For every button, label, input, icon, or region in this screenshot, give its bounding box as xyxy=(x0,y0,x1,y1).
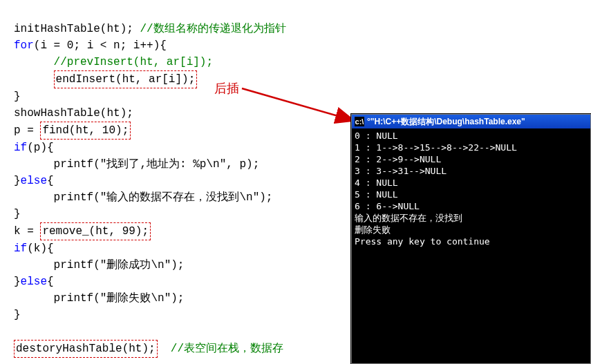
keyword-else: else xyxy=(21,175,47,187)
code-line: }else{ xyxy=(14,175,54,187)
code-line: initHashTable(ht); //数组名称的传递退化为指针 xyxy=(14,23,286,35)
comment: //数组名称的传递退化为指针 xyxy=(133,23,286,35)
keyword-for: for xyxy=(14,39,34,52)
console-output[interactable]: 0 : NULL 1 : 1-->8-->15-->8-->22-->NULL … xyxy=(352,128,590,249)
console-line: 3 : 3-->31-->NULL xyxy=(355,166,447,176)
code-line: printf("输入的数据不存在，没找到\n"); xyxy=(14,191,272,204)
keyword-else: else xyxy=(21,276,47,288)
console-line: 0 : NULL xyxy=(355,131,398,141)
annotation-label: 后插 xyxy=(214,80,239,97)
code-line: if(k){ xyxy=(14,242,54,255)
code-line: if(p){ xyxy=(14,142,54,154)
code-line: destoryHashTable(ht); //表空间在栈，数据存 xyxy=(14,343,283,355)
keyword-if: if xyxy=(14,242,27,255)
console-titlebar[interactable]: c:\ ° "H:\C++数据结构\Debug\hashTable.exe" xyxy=(352,115,590,128)
code-line: } xyxy=(14,90,21,103)
console-line: 6 : 6-->NULL xyxy=(355,201,420,211)
code-line: k = remove_(ht, 99); xyxy=(14,225,151,238)
code-line: printf("删除失败\n"); xyxy=(14,292,184,305)
console-line: 1 : 1-->8-->15-->8-->22-->NULL xyxy=(355,142,517,153)
comment: //表空间在栈，数据存 xyxy=(158,343,283,355)
code-line: p = find(ht, 10); xyxy=(14,124,131,137)
code-line: endInsert(ht, ar[i]); xyxy=(14,73,197,86)
comment: //prevInsert(ht, ar[i]); xyxy=(14,56,213,68)
highlight-box-endinsert: endInsert(ht, ar[i]); xyxy=(54,70,198,88)
code-line: printf("删除成功\n"); xyxy=(14,259,184,271)
highlight-box-remove: remove_(ht, 99); xyxy=(40,222,151,240)
console-title: "H:\C++数据结构\Debug\hashTable.exe" xyxy=(370,116,525,128)
code-line: } xyxy=(14,208,21,220)
code-line: showHashTable(ht); xyxy=(14,107,133,119)
code-line: for(i = 0; i < n; i++){ xyxy=(14,39,167,52)
code-line: printf("找到了,地址为: %p\n", p); xyxy=(14,158,259,171)
console-line: 2 : 2-->9-->NULL xyxy=(355,154,441,164)
console-line: Press any key to continue xyxy=(355,236,490,247)
keyword-if: if xyxy=(14,142,27,154)
console-icon: c:\ xyxy=(355,117,364,126)
console-line: 输入的数据不存在，没找到 xyxy=(355,213,462,223)
code-line: }else{ xyxy=(14,276,54,288)
console-line: 4 : NULL xyxy=(355,178,398,188)
console-line: 删除失败 xyxy=(355,224,391,235)
highlight-box-find: find(ht, 10); xyxy=(40,122,131,140)
code-line: } xyxy=(14,309,21,321)
console-window: c:\ ° "H:\C++数据结构\Debug\hashTable.exe" 0… xyxy=(351,114,591,364)
highlight-box-destory: destoryHashTable(ht); xyxy=(14,340,158,358)
console-line: 5 : NULL xyxy=(355,189,398,200)
